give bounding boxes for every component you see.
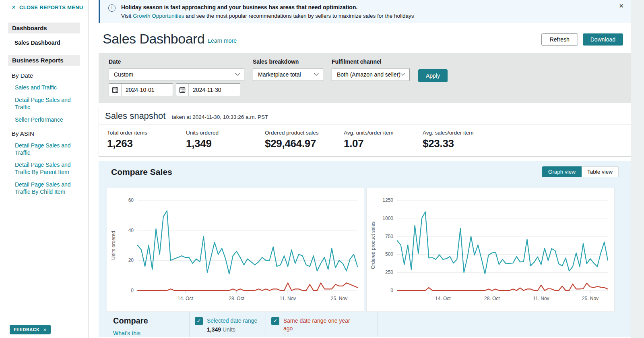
svg-text:1250: 1250 <box>382 197 393 203</box>
sidebar-item-detail-page-sales-traffic-by-parent-item[interactable]: Detail Page Sales and Traffic By Parent … <box>15 162 78 176</box>
svg-text:0: 0 <box>131 288 134 293</box>
snapshot-title: Sales snapshot <box>105 111 165 121</box>
chevron-down-icon <box>314 71 318 76</box>
sidebar-group-by-asin: By ASIN <box>12 130 88 137</box>
holiday-banner: i Holiday season is fast approaching and… <box>99 0 631 23</box>
stat-total-order-items: Total order items 1,263 <box>107 130 186 150</box>
banner-body: Visit Growth Opportunities and see the m… <box>121 13 414 19</box>
svg-text:0: 0 <box>390 288 393 293</box>
calendar-icon[interactable] <box>109 84 122 96</box>
svg-text:60: 60 <box>128 197 134 203</box>
svg-text:11. Nov: 11. Nov <box>280 296 296 301</box>
apply-button[interactable]: Apply <box>418 69 448 82</box>
compare-sales-section: Compare Sales Graph view Table view 0204… <box>99 161 631 337</box>
close-reports-menu-label: CLOSE REPORTS MENU <box>19 4 83 10</box>
svg-text:20: 20 <box>128 257 134 263</box>
sidebar-item-detail-page-sales-traffic-by-child-item[interactable]: Detail Page Sales and Traffic By Child I… <box>15 181 78 196</box>
same-date-range-checkbox[interactable]: ✓ <box>271 317 279 325</box>
svg-text:25. Nov: 25. Nov <box>331 296 347 301</box>
sidebar-item-seller-performance[interactable]: Seller Performance <box>15 116 78 124</box>
svg-text:28. Oct: 28. Oct <box>229 296 244 301</box>
sidebar-section-dashboards: Dashboards <box>8 23 80 33</box>
sales-breakdown-value: Marketplace total <box>258 71 301 78</box>
sidebar-item-sales-dashboard[interactable]: Sales Dashboard <box>14 39 88 46</box>
sidebar-item-detail-page-sales-and-traffic[interactable]: Detail Page Sales and Traffic <box>15 97 78 111</box>
svg-text:1000: 1000 <box>382 216 393 221</box>
page-title: Sales Dashboard <box>103 31 204 47</box>
sidebar-item-detail-page-sales-and-traffic-asin[interactable]: Detail Page Sales and Traffic <box>15 142 78 157</box>
whats-this-link[interactable]: What's this <box>113 330 140 336</box>
feedback-button[interactable]: FEEDBACK ✕ <box>10 325 51 334</box>
refresh-button[interactable]: Refresh <box>541 33 578 46</box>
svg-text:14. Oct: 14. Oct <box>178 296 193 301</box>
date-label: Date <box>109 58 244 65</box>
selected-date-range-label: Selected date range <box>207 317 257 325</box>
graph-view-button[interactable]: Graph view <box>542 166 582 177</box>
sidebar-section-business-reports: Business Reports <box>8 55 80 66</box>
chevron-down-icon <box>235 71 239 76</box>
date-range-select[interactable]: Custom <box>109 68 244 81</box>
sidebar-item-sales-and-traffic[interactable]: Sales and Traffic <box>15 84 78 91</box>
fulfilment-channel-value: Both (Amazon and seller) <box>337 71 400 78</box>
svg-text:14. Oct: 14. Oct <box>435 296 451 301</box>
date-to-value: 2024-11-30 <box>189 87 221 93</box>
fulfilment-channel-label: Fulfilment channel <box>332 58 410 65</box>
close-reports-menu-button[interactable]: ✕ CLOSE REPORTS MENU <box>11 4 88 10</box>
main-content: i Holiday season is fast approaching and… <box>99 0 631 338</box>
page-background-strip <box>631 0 644 338</box>
compare-sales-title: Compare Sales <box>111 167 172 177</box>
selected-date-range-checkbox[interactable]: ✓ <box>195 317 203 325</box>
stat-ordered-product-sales: Ordered product sales $29,464.97 <box>265 130 344 150</box>
banner-title: Holiday season is fast approaching and y… <box>121 4 414 10</box>
svg-text:28. Oct: 28. Oct <box>484 296 500 301</box>
sales-snapshot-panel: Sales snapshot taken at 2024-11-30, 10:3… <box>99 107 631 157</box>
units-ordered-chart: 020406014. Oct28. Oct11. Nov25. NovUnits… <box>107 188 364 312</box>
fulfilment-channel-select[interactable]: Both (Amazon and seller) <box>332 68 410 81</box>
filter-panel: Date Custom 2024-10-01 2024-11-30 <box>99 53 631 103</box>
snapshot-timestamp: taken at 2024-11-30, 10:33:26 a.m. PST <box>171 114 268 120</box>
learn-more-link[interactable]: Learn more <box>208 37 237 44</box>
close-icon: ✕ <box>11 4 16 10</box>
date-to-input[interactable]: 2024-11-30 <box>176 83 240 96</box>
reports-sidebar: ✕ CLOSE REPORTS MENU Dashboards Sales Da… <box>0 0 89 338</box>
svg-text:40: 40 <box>128 228 134 233</box>
svg-text:25. Nov: 25. Nov <box>582 296 599 301</box>
sidebar-group-by-date: By Date <box>12 72 88 79</box>
svg-text:750: 750 <box>385 234 393 239</box>
date-from-value: 2024-10-01 <box>122 87 155 93</box>
svg-text:11. Nov: 11. Nov <box>533 296 549 301</box>
selected-date-range-units: 1,349 Units <box>207 326 257 333</box>
compare-controls: Compare What's this ✓ Selected date rang… <box>99 312 631 337</box>
sales-breakdown-select[interactable]: Marketplace total <box>253 68 323 81</box>
stat-units-ordered: Units ordered 1,349 <box>186 130 265 150</box>
info-icon: i <box>108 4 116 12</box>
compare-title: Compare <box>113 316 189 326</box>
growth-opportunities-link[interactable]: Growth Opportunities <box>133 13 184 19</box>
sales-breakdown-label: Sales breakdown <box>253 58 323 65</box>
banner-close-button[interactable]: ✕ <box>619 2 624 10</box>
download-button[interactable]: Download <box>583 33 623 46</box>
table-view-button[interactable]: Table view <box>582 166 619 177</box>
view-toggle: Graph view Table view <box>542 166 619 177</box>
chevron-down-icon <box>400 71 405 76</box>
svg-text:250: 250 <box>385 270 393 275</box>
svg-text:Ordered product sales: Ordered product sales <box>370 222 376 270</box>
feedback-label: FEEDBACK <box>14 327 39 332</box>
svg-text:Units ordered: Units ordered <box>111 231 116 260</box>
same-date-range-label: Same date range one year ago <box>283 317 353 337</box>
stat-avg-sales-order-item: Avg. sales/order item $23.33 <box>423 130 502 150</box>
stat-avg-units-order-item: Avg. units/order item 1.07 <box>344 130 423 150</box>
calendar-icon[interactable] <box>176 84 189 96</box>
date-range-value: Custom <box>114 71 133 78</box>
close-icon[interactable]: ✕ <box>43 328 47 332</box>
compare-empty-column <box>378 312 631 337</box>
ordered-product-sales-chart: 02505007501000125014. Oct28. Oct11. Nov2… <box>366 188 615 312</box>
date-from-input[interactable]: 2024-10-01 <box>109 83 173 96</box>
svg-text:500: 500 <box>385 251 393 257</box>
